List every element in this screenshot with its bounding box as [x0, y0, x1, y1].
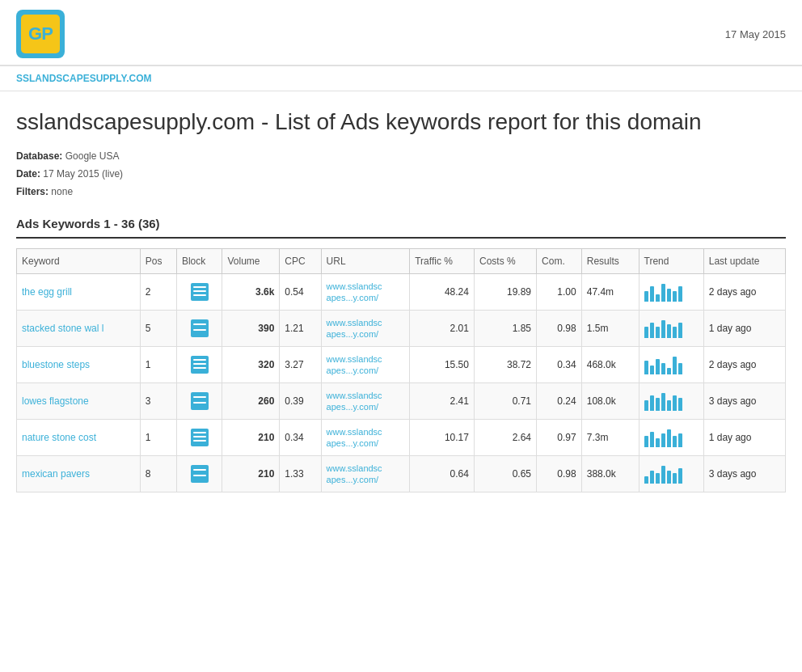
col-pos: Pos: [140, 249, 176, 274]
table-row: stacked stone wal l53901.21www.sslandsc …: [17, 311, 786, 347]
block-cell: [176, 456, 222, 492]
volume-cell: 210: [222, 420, 280, 456]
url-cell: www.sslandsc apes...y.com/: [321, 383, 410, 420]
trend-bar: [650, 395, 654, 411]
cpc-cell: 0.39: [280, 383, 321, 420]
keyword-link[interactable]: bluestone steps: [22, 359, 90, 370]
costs-cell: 1.85: [474, 311, 536, 347]
trend-chart: [644, 282, 699, 302]
filters-label: Filters:: [16, 186, 49, 197]
trend-cell: [639, 456, 703, 492]
trend-bar: [650, 366, 654, 374]
com-cell: 0.97: [537, 420, 582, 456]
trend-bar: [644, 476, 648, 484]
table-row: nature stone cost12100.34www.sslandsc ap…: [17, 420, 786, 456]
block-icon: [191, 465, 209, 483]
trend-bar: [673, 395, 677, 411]
traffic-cell: 2.41: [410, 383, 475, 420]
database-value: Google USA: [65, 150, 120, 162]
url-cell: www.sslandsc apes...y.com/: [321, 456, 410, 492]
cpc-cell: 0.54: [280, 274, 321, 311]
url-cell: www.sslandsc apes...y.com/: [321, 274, 410, 311]
last-update-cell: 2 days ago: [703, 347, 785, 383]
trend-bar: [650, 471, 654, 484]
block-icon: [191, 319, 209, 337]
trend-bar: [678, 363, 682, 374]
costs-cell: 0.65: [474, 456, 536, 492]
trend-bar: [644, 436, 648, 447]
url-link[interactable]: www.sslandsc apes...y.com/: [327, 354, 382, 375]
url-link[interactable]: www.sslandsc apes...y.com/: [327, 281, 382, 302]
table-row: lowes flagstone32600.39www.sslandsc apes…: [17, 383, 786, 420]
url-cell: www.sslandsc apes...y.com/: [321, 311, 410, 347]
trend-bar: [667, 289, 671, 302]
url-link[interactable]: www.sslandsc apes...y.com/: [327, 318, 382, 339]
block-cell: [176, 274, 222, 311]
last-update-cell: 3 days ago: [703, 383, 785, 420]
keywords-table: Keyword Pos Block Volume CPC URL Traffic…: [16, 248, 786, 492]
url-link[interactable]: www.sslandsc apes...y.com/: [327, 463, 382, 484]
trend-bar: [673, 291, 677, 302]
database-label: Database:: [16, 150, 62, 162]
trend-bar: [661, 466, 665, 484]
trend-bar: [661, 433, 665, 447]
trend-bar: [667, 429, 671, 447]
results-cell: 388.0k: [581, 456, 639, 492]
trend-bar: [667, 324, 671, 338]
costs-cell: 19.89: [474, 274, 536, 311]
domain-label: SSLANDSCAPESUPPLY.COM: [16, 73, 152, 84]
keyword-link[interactable]: nature stone cost: [22, 432, 96, 443]
pos-cell: 8: [140, 456, 176, 492]
trend-cell: [639, 274, 703, 311]
trend-bar: [678, 398, 682, 411]
url-link[interactable]: www.sslandsc apes...y.com/: [327, 427, 382, 448]
trend-bar: [673, 436, 677, 447]
trend-chart: [644, 355, 699, 374]
table-header: Keyword Pos Block Volume CPC URL Traffic…: [17, 249, 786, 274]
trend-bar: [644, 400, 648, 411]
trend-bar: [656, 438, 660, 447]
traffic-cell: 10.17: [410, 420, 475, 456]
keyword-link[interactable]: lowes flagstone: [22, 395, 89, 407]
meta-filters: Filters: none: [16, 184, 786, 201]
trend-bar: [678, 286, 682, 302]
table-row: mexican pavers82101.33www.sslandsc apes.…: [17, 456, 786, 492]
url-link[interactable]: www.sslandsc apes...y.com/: [327, 391, 382, 412]
col-last-update: Last update: [703, 249, 785, 274]
meta-database: Database: Google USA: [16, 148, 786, 166]
traffic-cell: 48.24: [410, 274, 475, 311]
keyword-link[interactable]: mexican pavers: [22, 468, 90, 480]
volume-cell: 320: [222, 347, 280, 383]
costs-cell: 0.71: [474, 383, 536, 420]
block-icon: [191, 356, 209, 374]
traffic-cell: 2.01: [410, 311, 475, 347]
last-update-cell: 2 days ago: [703, 274, 785, 311]
trend-bar: [678, 433, 682, 447]
section-title: Ads Keywords 1 - 36 (36): [16, 217, 786, 230]
date-value: 17 May 2015 (live): [43, 168, 123, 180]
trend-bar: [650, 323, 654, 338]
meta-info: Database: Google USA Date: 17 May 2015 (…: [16, 148, 786, 201]
trend-bar: [650, 286, 654, 302]
block-icon: [191, 392, 209, 410]
table-row: the egg grill23.6k0.54www.sslandsc apes.…: [17, 274, 786, 311]
header: GP 17 May 2015: [0, 0, 802, 66]
costs-cell: 38.72: [474, 347, 536, 383]
trend-cell: [639, 347, 703, 383]
keyword-link[interactable]: the egg grill: [22, 286, 72, 298]
keyword-link[interactable]: stacked stone wal l: [22, 323, 103, 334]
col-volume: Volume: [222, 249, 280, 274]
trend-chart: [644, 464, 699, 484]
trend-cell: [639, 383, 703, 420]
traffic-cell: 15.50: [410, 347, 475, 383]
meta-date: Date: 17 May 2015 (live): [16, 166, 786, 184]
table-header-row: Keyword Pos Block Volume CPC URL Traffic…: [17, 249, 786, 274]
trend-bar: [650, 432, 654, 447]
trend-bar: [656, 294, 660, 302]
com-cell: 1.00: [537, 274, 582, 311]
trend-bar: [673, 327, 677, 338]
trend-bar: [678, 468, 682, 484]
filters-value: none: [51, 186, 73, 197]
trend-bar: [667, 368, 671, 374]
costs-cell: 2.64: [474, 420, 536, 456]
